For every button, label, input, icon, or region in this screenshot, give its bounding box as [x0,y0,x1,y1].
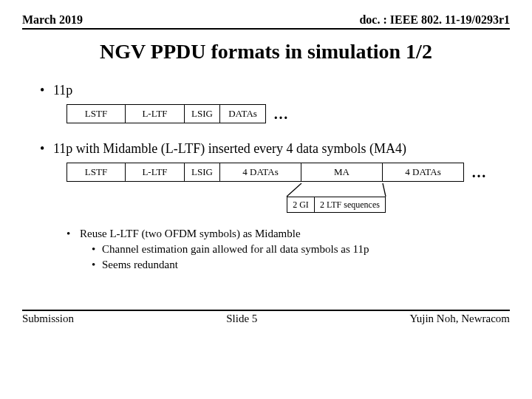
slide-title: NGV PPDU formats in simulation 1/2 [22,40,510,64]
ellipsis: … [273,106,288,121]
cell-4datas-a: 4 DATAs [220,163,301,182]
bullet-dot: • [40,83,53,98]
cell-lltf: L-LTF [126,163,185,182]
cell-datas: DATAs [220,104,266,123]
cell-ma: MA [301,163,383,182]
ppdu-row-11p: LSTF L-LTF LSIG DATAs … [66,104,510,123]
ma-connector [66,183,510,197]
cell-4datas-b: 4 DATAs [383,163,464,182]
bullet-dot: • [40,141,53,157]
notes-block: • Reuse L-LTF (two OFDM symbols) as Mida… [66,226,510,273]
cell-2ltf: 2 LTF sequences [315,197,386,213]
bullet-11p-midamble-text: 11p with Midamble (L-LTF) inserted every… [53,141,406,157]
footer-center: Slide 5 [226,313,257,325]
footer-left: Submission [22,313,74,325]
cell-lsig: LSIG [185,104,220,123]
note-i2: Seems redundant [102,257,178,273]
bullet-11p-midamble: • 11p with Midamble (L-LTF) inserted eve… [40,141,510,157]
ellipsis: … [471,165,486,180]
ppdu-row-ma4: LSTF L-LTF LSIG 4 DATAs MA 4 DATAs … [66,163,510,182]
header-rule [22,28,510,30]
bullet-dot: • [66,226,80,242]
footer-right: Yujin Noh, Newracom [410,313,510,325]
cell-2gi: 2 GI [287,197,315,213]
note-i1: Channel estimation gain allowed for all … [102,242,369,257]
cell-lstf: LSTF [66,104,126,123]
cell-lstf: LSTF [66,163,126,182]
bullet-11p: • 11p [40,83,510,98]
ma-breakdown: 2 GI 2 LTF sequences [66,183,510,213]
svg-line-1 [383,183,386,197]
cell-lltf: L-LTF [126,104,185,123]
svg-line-0 [287,183,301,197]
header-docid: doc. : IEEE 802. 11-19/0293r1 [359,13,510,27]
footer-rule [22,310,510,311]
header-date: March 2019 [22,13,83,27]
bullet-11p-text: 11p [53,83,72,98]
note-lead: Reuse L-LTF (two OFDM symbols) as Midamb… [80,226,301,242]
cell-lsig: LSIG [185,163,220,182]
